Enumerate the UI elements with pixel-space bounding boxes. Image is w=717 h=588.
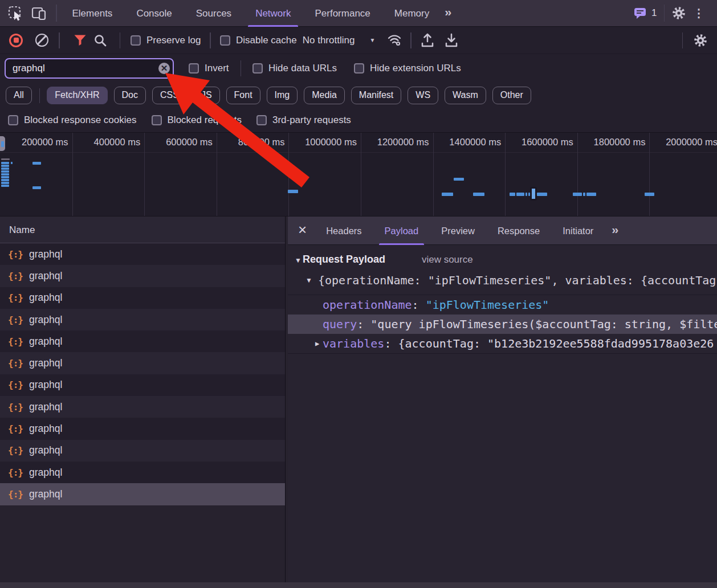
chip-fetch-xhr[interactable]: Fetch/XHR <box>47 87 107 104</box>
settings-gear-icon[interactable] <box>671 6 686 21</box>
export-har-icon[interactable] <box>445 33 458 48</box>
name-column-header[interactable]: Name <box>0 217 285 243</box>
network-overview-timeline[interactable]: 200000 ms400000 ms600000 ms800000 ms1000… <box>0 133 717 217</box>
payload-value: {accountTag: "b12e3b2192ee5588fdad995178… <box>398 337 714 350</box>
throttling-value: No throttling <box>303 35 355 46</box>
timeline-label: 1400000 ms <box>433 133 506 152</box>
hide-data-urls-toggle[interactable]: Hide data URLs <box>252 63 337 74</box>
chip-media[interactable]: Media <box>304 87 345 104</box>
timeline-gridline <box>577 133 578 216</box>
network-conditions-icon[interactable] <box>386 33 404 47</box>
hide-extension-urls-toggle[interactable]: Hide extension URLs <box>354 63 461 74</box>
invert-checkbox[interactable] <box>189 63 199 74</box>
inspect-element-icon[interactable] <box>8 6 23 21</box>
invert-toggle[interactable]: Invert <box>189 63 229 74</box>
import-har-icon[interactable] <box>421 33 434 48</box>
record-network-log-button[interactable] <box>9 34 23 47</box>
chip-doc[interactable]: Doc <box>114 87 146 104</box>
request-row[interactable]: {:}graphql <box>0 265 285 287</box>
kebab-menu-icon[interactable]: ⋮ <box>686 6 711 20</box>
close-detail-icon[interactable]: × <box>288 221 315 240</box>
request-row[interactable]: {:}graphql <box>0 309 285 330</box>
disable-cache-checkbox[interactable] <box>220 35 230 46</box>
collapse-triangle-icon[interactable]: ▼ <box>305 276 318 284</box>
tab-memory[interactable]: Memory <box>382 0 441 27</box>
preserve-log-toggle[interactable]: Preserve log <box>131 35 201 46</box>
chip-other[interactable]: Other <box>492 87 531 104</box>
waterfall-bar <box>1 182 9 184</box>
request-row[interactable]: {:}graphql <box>0 483 285 505</box>
payload-key: query <box>323 317 357 331</box>
request-row[interactable]: {:}graphql <box>0 352 285 374</box>
device-toolbar-icon[interactable] <box>31 6 47 21</box>
detail-tab-payload[interactable]: Payload <box>373 217 430 245</box>
clear-filter-icon[interactable]: ✕ <box>158 63 170 74</box>
detail-tab-preview[interactable]: Preview <box>430 217 486 245</box>
3rd-party-requests-toggle[interactable]: 3rd-party requests <box>256 115 351 126</box>
tab-performance[interactable]: Performance <box>303 0 382 27</box>
request-row[interactable]: {:}graphql <box>0 462 285 483</box>
hide-extension-urls-checkbox[interactable] <box>354 63 364 74</box>
blocked-requests-toggle[interactable]: Blocked requests <box>152 115 242 126</box>
waterfall-bar <box>516 193 524 196</box>
blocked-response-cookies-checkbox[interactable] <box>8 115 18 125</box>
blocked-requests-checkbox[interactable] <box>152 115 162 125</box>
request-row[interactable]: {:}graphql <box>0 374 285 396</box>
chip-css[interactable]: CSS <box>152 87 187 104</box>
chip-img[interactable]: Img <box>267 87 298 104</box>
hide-data-urls-checkbox[interactable] <box>252 63 263 74</box>
chip-ws[interactable]: WS <box>408 87 438 104</box>
divider <box>56 5 57 22</box>
chip-font[interactable]: Font <box>226 87 260 104</box>
payload-row-query[interactable]: query: "query ipFlowTimeseries($accountT… <box>288 315 717 334</box>
chip-js[interactable]: JS <box>193 87 220 104</box>
payload-row-operationname[interactable]: operationName: "ipFlowTimeseries" <box>288 295 717 315</box>
chip-wasm[interactable]: Wasm <box>445 87 486 104</box>
payload-summary-row[interactable]: ▼ {operationName: "ipFlowTimeseries", va… <box>288 273 717 287</box>
request-row[interactable]: {:}graphql <box>0 440 285 462</box>
tab-sources[interactable]: Sources <box>184 0 243 27</box>
detail-tab-response[interactable]: Response <box>486 217 551 245</box>
more-detail-tabs-icon[interactable]: ›› <box>608 223 623 239</box>
timeline-label: 2000000 ms <box>649 133 717 152</box>
filter-icon[interactable] <box>74 34 87 46</box>
tab-network[interactable]: Network <box>243 0 303 27</box>
3rd-party-requests-checkbox[interactable] <box>256 115 267 125</box>
expand-triangle-icon[interactable]: ▶ <box>315 334 319 353</box>
waterfall-bar <box>1 158 10 160</box>
detail-tab-headers[interactable]: Headers <box>315 217 373 245</box>
detail-tab-initiator[interactable]: Initiator <box>551 217 605 245</box>
request-row[interactable]: {:}graphql <box>0 330 285 352</box>
collapse-triangle-icon[interactable]: ▼ <box>295 256 302 264</box>
network-filter-input[interactable] <box>5 58 174 79</box>
preserve-log-checkbox[interactable] <box>131 35 141 46</box>
timeline-gridline <box>433 133 434 216</box>
disable-cache-toggle[interactable]: Disable cache <box>220 35 297 46</box>
more-panels-icon[interactable]: ›› <box>441 5 456 21</box>
tab-elements[interactable]: Elements <box>60 0 125 27</box>
timeline-label: 1000000 ms <box>288 133 361 152</box>
overview-scroll-handle[interactable] <box>0 136 5 151</box>
payload-value: "query ipFlowTimeseries($accountTag: str… <box>370 317 717 331</box>
search-icon[interactable] <box>93 34 107 47</box>
payload-row-variables[interactable]: ▶variables: {accountTag: "b12e3b2192ee55… <box>288 334 717 353</box>
waterfall-bar <box>537 193 547 196</box>
request-row[interactable]: {:}graphql <box>0 418 285 439</box>
tab-console[interactable]: Console <box>124 0 184 27</box>
chip-manifest[interactable]: Manifest <box>351 87 401 104</box>
json-braces-icon: {:} <box>8 379 23 390</box>
chip-all[interactable]: All <box>6 87 32 104</box>
waterfall-bar <box>510 193 515 196</box>
network-settings-gear-icon[interactable] <box>693 33 708 48</box>
throttling-select[interactable]: No throttling ▼ <box>303 35 376 46</box>
request-row[interactable]: {:}graphql <box>0 243 285 265</box>
clear-network-log-button[interactable] <box>35 34 48 47</box>
blocked-response-cookies-toggle[interactable]: Blocked response cookies <box>8 115 137 126</box>
view-source-link[interactable]: view source <box>422 254 473 266</box>
invert-label: Invert <box>205 63 229 74</box>
request-name: graphql <box>29 379 62 391</box>
request-row[interactable]: {:}graphql <box>0 396 285 418</box>
request-row[interactable]: {:}graphql <box>0 287 285 309</box>
issues-icon[interactable] <box>633 7 647 20</box>
request-name: graphql <box>29 336 62 348</box>
